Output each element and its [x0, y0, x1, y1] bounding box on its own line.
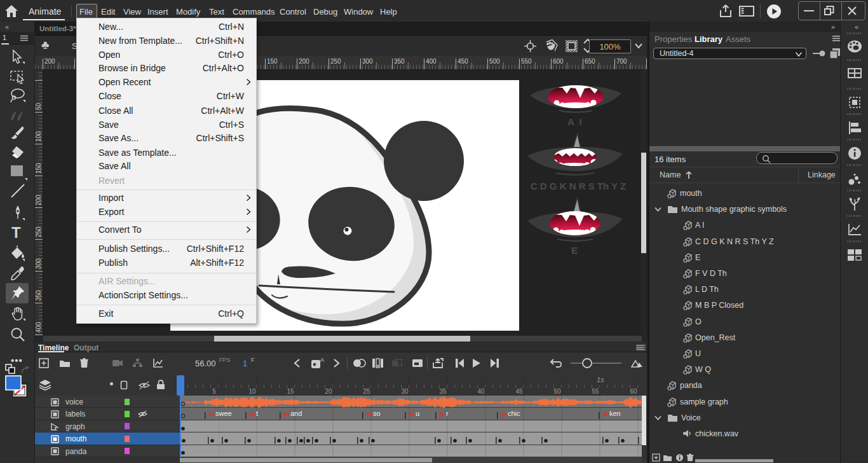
svg-text:200: 200 [35, 195, 42, 205]
svg-text:400: 400 [35, 322, 42, 333]
svg-text:150: 150 [35, 163, 42, 174]
svg-text:350: 350 [35, 290, 42, 301]
svg-text:300: 300 [35, 258, 42, 269]
svg-text:50: 50 [35, 102, 42, 110]
svg-text:250: 250 [35, 226, 42, 237]
svg-text:100: 100 [35, 131, 42, 142]
